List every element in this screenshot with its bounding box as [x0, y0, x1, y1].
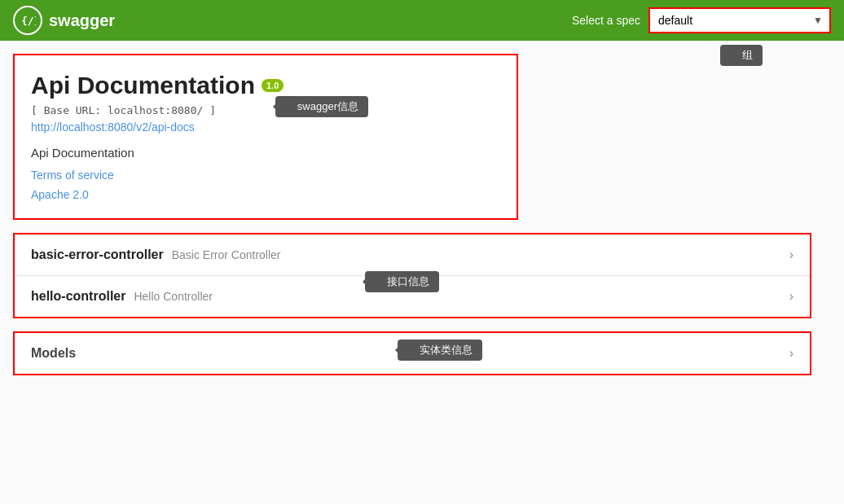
controller-desc-basic-error: Basic Error Controller	[172, 248, 281, 261]
spec-select[interactable]: default	[650, 9, 829, 32]
terms-of-service-link[interactable]: Terms of service	[31, 169, 114, 182]
entity-info-tooltip: 3 实体类信息	[398, 340, 482, 361]
logo: {/} swagger	[13, 6, 115, 35]
controller-name-hello: hello-controller	[31, 289, 125, 304]
models-row[interactable]: Models 3 实体类信息 ›	[15, 333, 810, 374]
spec-selector-area: Select a spec default ▼	[572, 7, 831, 33]
spec-select-container: default ▼	[648, 7, 831, 33]
chevron-right-icon-basic-error: ›	[789, 248, 793, 262]
controllers-section: 2 接口信息 basic-error-controller Basic Erro…	[13, 233, 811, 318]
controller-row-basic-error[interactable]: basic-error-controller Basic Error Contr…	[15, 234, 810, 276]
api-docs-link[interactable]: http://localhost:8080/v2/api-docs	[31, 121, 195, 134]
api-title-row: Api Documentation 1.0	[31, 72, 500, 99]
group-tooltip: 4 组	[720, 45, 763, 66]
chevron-right-icon-models: ›	[789, 346, 793, 361]
controller-name-basic-error: basic-error-controller	[31, 248, 164, 262]
api-title-text: Api Documentation	[31, 72, 255, 99]
models-section: Models 3 实体类信息 ›	[13, 331, 811, 375]
license-link[interactable]: Apache 2.0	[31, 188, 89, 201]
version-badge: 1.0	[262, 79, 284, 92]
models-label: Models	[31, 346, 76, 361]
api-info-tooltip: 2 接口信息	[365, 271, 439, 292]
spec-label: Select a spec	[572, 14, 640, 27]
header: {/} swagger Select a spec default ▼ 4 组	[0, 0, 844, 41]
chevron-right-icon-hello: ›	[789, 289, 793, 304]
api-description: Api Documentation	[31, 146, 500, 160]
swagger-info-tooltip: 1 swagger信息	[275, 96, 368, 117]
base-url: [ Base URL: localhost:8080/ ]	[31, 104, 500, 116]
logo-text: swagger	[49, 11, 115, 30]
main-content: Api Documentation 1.0 [ Base URL: localh…	[0, 41, 844, 388]
svg-text:{/}: {/}	[21, 15, 36, 27]
controller-desc-hello: Hello Controller	[134, 290, 212, 303]
swagger-icon: {/}	[13, 6, 42, 35]
info-section: Api Documentation 1.0 [ Base URL: localh…	[13, 54, 518, 220]
